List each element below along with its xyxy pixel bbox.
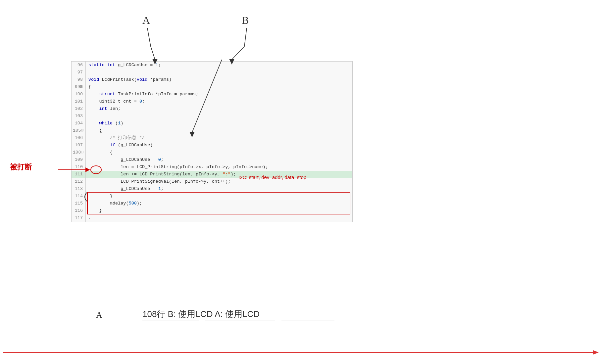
code-line-112: 112 LCD_PrintSignedVal(len, pInfo->y, cn… (72, 178, 352, 185)
left-annotation: 被打断 (10, 162, 32, 172)
code-line-102: 102 int len; (72, 105, 352, 113)
bottom-red-arrowhead (593, 350, 599, 355)
arrow-b-down (232, 28, 247, 60)
code-line-105: 105⊟ { (72, 127, 352, 134)
bottom-annotation-text: 108行 B: 使用LCD A: 使用LCD (142, 309, 260, 319)
code-line-114: 114 } (72, 193, 352, 200)
code-line-110: 110 len = LCD_PrintString(pInfo->x, pInf… (72, 163, 352, 171)
arrow-a-down (147, 28, 155, 60)
code-line-109: 109 g_LCDCanUse = 0; (72, 156, 352, 163)
code-line-115: 115 mdelay(500); (72, 200, 352, 207)
code-line-100: 100 struct TaskPrintInfo *pInfo = params… (72, 91, 352, 98)
code-line-107: 107 if (g_LCDCanUse) (72, 142, 352, 149)
code-line-104: 104 while (1) (72, 120, 352, 127)
code-line-111: 111 len += LCD_PrintString(len, pInfo->y… (72, 171, 352, 178)
code-line-108: 108⊟ { (72, 149, 352, 156)
code-line-99: 99⊟ { (72, 83, 352, 91)
code-line-96: 96 static int g_LCDCanUse = 1; (72, 62, 352, 69)
code-line-106: 106 /* 打印信息 */ (72, 134, 352, 142)
code-line-103: 103 (72, 113, 352, 120)
code-block: 96 static int g_LCDCanUse = 1; 97 98 voi… (71, 61, 353, 222)
code-line-116: 116 } (72, 207, 352, 214)
code-line-97: 97 (72, 69, 352, 76)
code-line-117: 117 . (72, 214, 352, 222)
code-line-113: 113 g_LCDCanUse = 1; (72, 185, 352, 193)
label-a-top: A (142, 14, 150, 26)
code-line-101: 101 uint32_t cnt = 0; (72, 98, 352, 105)
code-line-98: 98 void LcdPrintTask(void *params) (72, 76, 352, 83)
label-b-top: B (242, 14, 249, 26)
label-a-bottom: A (96, 310, 102, 320)
i2c-annotation: I2C: start, dev_addr, data, stop (238, 174, 306, 180)
